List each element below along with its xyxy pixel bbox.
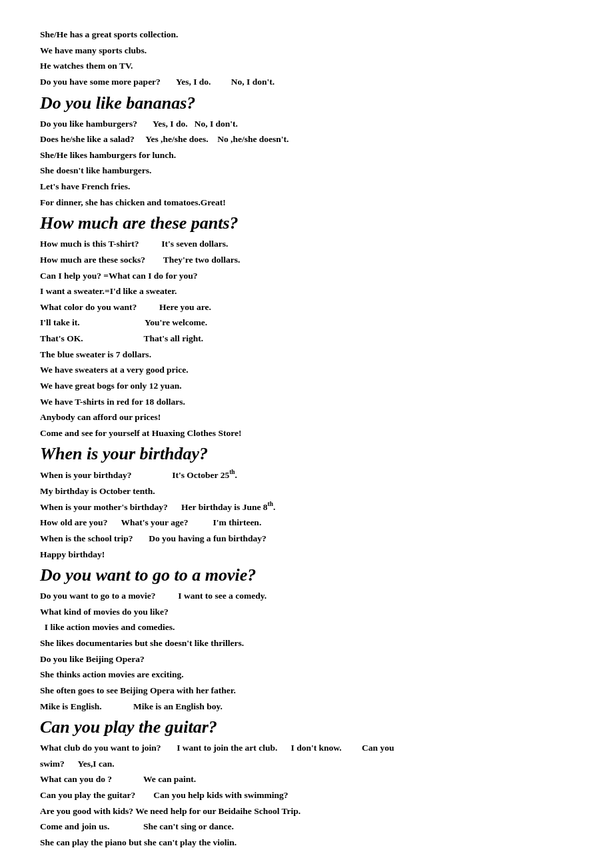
text-line: Are you good with kids? We need help for… — [40, 803, 573, 819]
text-line: She often goes to see Beijing Opera with… — [40, 683, 573, 699]
text-line: When is your birthday? It's October 25th… — [40, 467, 573, 483]
text-line: She can play the piano but she can't pla… — [40, 835, 573, 851]
text-line: How much are these socks? They're two do… — [40, 252, 573, 268]
text-line: I like action movies and comedies. — [40, 619, 573, 635]
content-area: She/He has a great sports collection.We … — [40, 27, 573, 851]
text-line: Do you have some more paper? Yes, I do. … — [40, 74, 573, 90]
text-line: Come and see for yourself at Huaxing Clo… — [40, 425, 573, 441]
text-line: We have great bogs for only 12 yuan. — [40, 378, 573, 394]
text-line: Do you like Beijing Opera? — [40, 651, 573, 667]
text-line: We have sweaters at a very good price. — [40, 362, 573, 378]
heading-line: How much are these pants? — [40, 210, 573, 236]
text-line: She likes documentaries but she doesn't … — [40, 635, 573, 651]
text-line: I'll take it. You're welcome. — [40, 315, 573, 331]
text-line: Let's have French fries. — [40, 179, 573, 195]
text-line: For dinner, she has chicken and tomatoes… — [40, 195, 573, 211]
text-line: When is your mother's birthday? Her birt… — [40, 499, 573, 515]
text-line: swim? Yes,I can. — [40, 756, 573, 772]
text-line: She doesn't like hamburgers. — [40, 163, 573, 179]
heading-line: Do you want to go to a movie? — [40, 562, 573, 588]
text-line: Do you want to go to a movie? I want to … — [40, 588, 573, 604]
text-line: What club do you want to join? I want to… — [40, 740, 573, 756]
text-line: When is the school trip? Do you having a… — [40, 531, 573, 547]
text-line: Do you like hamburgers? Yes, I do. No, I… — [40, 116, 573, 132]
text-line: What can you do ? We can paint. — [40, 771, 573, 787]
text-line: He watches them on TV. — [40, 58, 573, 74]
text-line: Happy birthday! — [40, 547, 573, 563]
text-line: She/He likes hamburgers for lunch. — [40, 147, 573, 163]
text-line: We have many sports clubs. — [40, 43, 573, 59]
text-line: My birthday is October tenth. — [40, 483, 573, 499]
text-line: The blue sweater is 7 dollars. — [40, 347, 573, 363]
heading-line: When is your birthday? — [40, 441, 573, 467]
text-line: She/He has a great sports collection. — [40, 27, 573, 43]
text-line: I want a sweater.=I'd like a sweater. — [40, 283, 573, 299]
text-line: She thinks action movies are exciting. — [40, 667, 573, 683]
text-line: What color do you want? Here you are. — [40, 299, 573, 315]
text-line: What kind of movies do you like? — [40, 604, 573, 620]
text-line: How old are you? What's your age? I'm th… — [40, 515, 573, 531]
text-line: How much is this T-shirt? It's seven dol… — [40, 236, 573, 252]
text-line: Can you play the guitar? Can you help ki… — [40, 787, 573, 803]
text-line: We have T-shirts in red for 18 dollars. — [40, 394, 573, 410]
heading-line: Can you play the guitar? — [40, 714, 573, 740]
text-line: Come and join us. She can't sing or danc… — [40, 819, 573, 835]
heading-line: Do you like bananas? — [40, 90, 573, 116]
text-line: Can I help you? =What can I do for you? — [40, 268, 573, 284]
text-line: Mike is English. Mike is an English boy. — [40, 699, 573, 715]
text-line: Does he/she like a salad? Yes ,he/she do… — [40, 131, 573, 147]
text-line: Anybody can afford our prices! — [40, 409, 573, 425]
text-line: That's OK. That's all right. — [40, 331, 573, 347]
